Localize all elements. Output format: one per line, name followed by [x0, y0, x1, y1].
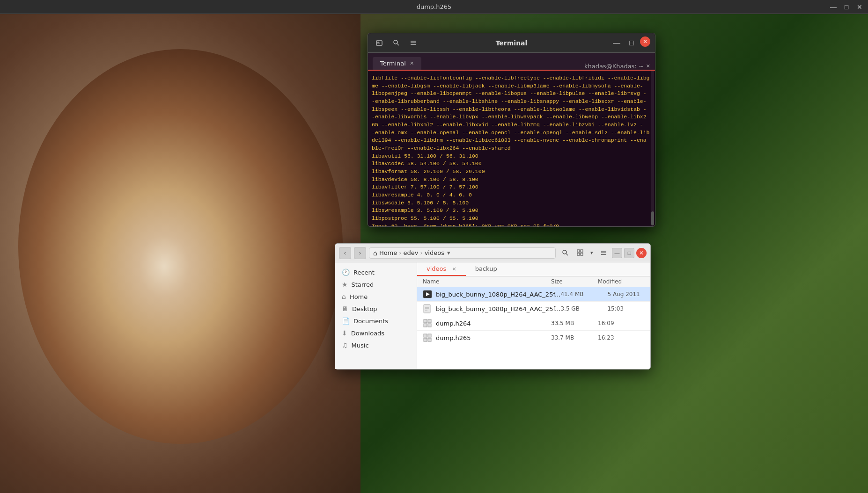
sidebar-item-home[interactable]: ⌂ Home: [335, 290, 417, 303]
fm-tab-videos-close[interactable]: ✕: [452, 266, 456, 272]
terminal-line-16: libavresample 4. 0. 0 / 4. 0. 0: [372, 191, 651, 199]
fm-minimize-button[interactable]: —: [612, 248, 622, 258]
terminal-line-6: -enable-libvorbis --enable-libvpx --enab…: [372, 113, 651, 121]
terminal-menu-button[interactable]: [406, 36, 419, 50]
fm-search-button[interactable]: [559, 246, 572, 260]
file-name-2: big_buck_bunny_1080p_H264_AAC_25f...: [436, 305, 560, 312]
fm-body: 🕐 Recent ★ Starred ⌂ Home 🖥 Desktop 📄 Do…: [335, 262, 650, 369]
file-icon-text-2: [423, 304, 432, 313]
fm-close-button[interactable]: ✕: [636, 248, 647, 258]
terminal-content[interactable]: libflite --enable-libfontconfig --enable…: [368, 71, 655, 226]
svg-rect-24: [428, 319, 431, 323]
terminal-maximize-button[interactable]: □: [625, 36, 638, 50]
fm-file-name-2: big_buck_bunny_1080p_H264_AAC_25f...: [423, 304, 560, 313]
file-name-4: dump.h265: [436, 334, 471, 341]
breadcrumb-edev[interactable]: edev: [403, 249, 418, 256]
terminal-tab-main[interactable]: Terminal ✕: [373, 57, 421, 71]
titlebar-minimize-button[interactable]: —: [827, 2, 839, 12]
terminal-line-12: libavcodec 58. 54.100 / 58. 54.100: [372, 160, 651, 168]
terminal-scrollbar[interactable]: [651, 71, 654, 225]
breadcrumb-home[interactable]: Home: [379, 249, 397, 256]
svg-rect-23: [424, 319, 427, 323]
documents-icon: 📄: [342, 317, 350, 325]
video-frame: [0, 0, 360, 493]
fm-back-button[interactable]: ‹: [339, 247, 351, 259]
fm-file-name-3: dump.h264: [423, 319, 551, 328]
file-icon-grid-4: [423, 333, 432, 342]
titlebar: dump.h265 — □ ✕: [0, 0, 868, 14]
file-size-2: 3.5 GB: [560, 305, 607, 312]
terminal-line-5: libspeex --enable-libssh --enable-libthe…: [372, 106, 651, 114]
svg-rect-29: [424, 338, 427, 341]
sidebar-item-documents[interactable]: 📄 Documents: [335, 315, 417, 327]
titlebar-close-button[interactable]: ✕: [853, 2, 866, 12]
breadcrumb-dropdown-icon[interactable]: ▾: [447, 249, 450, 256]
sidebar-item-starred[interactable]: ★ Starred: [335, 278, 417, 290]
svg-point-8: [563, 250, 566, 254]
fm-search-icon: [562, 249, 569, 256]
titlebar-maximize-button[interactable]: □: [840, 2, 853, 12]
fm-file-row-1[interactable]: big_buck_bunny_1080p_H264_AAC_25f... 41.…: [417, 287, 650, 302]
terminal-minimize-button[interactable]: —: [610, 36, 623, 50]
file-date-3: 16:09: [598, 320, 645, 326]
fm-grid-button[interactable]: [574, 246, 587, 260]
svg-point-3: [394, 40, 397, 44]
breadcrumb-videos[interactable]: videos: [425, 249, 444, 256]
terminal-tab-close-icon[interactable]: ✕: [410, 60, 414, 66]
terminal-close-button[interactable]: ✕: [640, 36, 650, 47]
terminal-window: Terminal — □ ✕ Terminal ✕ khadas@Khadas:…: [368, 33, 655, 227]
fm-tab-backup[interactable]: backup: [466, 262, 507, 276]
terminal-user-label: khadas@Khadas: ~: [584, 63, 644, 70]
svg-rect-13: [581, 253, 583, 255]
breadcrumb-sep-2: ›: [420, 249, 422, 256]
fm-maximize-button[interactable]: □: [624, 248, 634, 258]
starred-icon: ★: [342, 281, 348, 288]
col-name[interactable]: Name: [423, 278, 551, 285]
sidebar-item-desktop[interactable]: 🖥 Desktop: [335, 303, 417, 315]
music-icon: ♫: [342, 341, 348, 349]
file-size-3: 33.5 MB: [551, 320, 598, 326]
fm-file-row-3[interactable]: dump.h264 33.5 MB 16:09: [417, 316, 650, 331]
fm-forward-button[interactable]: ›: [354, 247, 366, 259]
desktop-icon: 🖥: [342, 305, 348, 312]
terminal-line-3: libopenjpeg --enable-libopenmpt --enable…: [372, 90, 651, 98]
terminal-line-9: dc1394 --enable-libdrm --enable-libiec61…: [372, 137, 651, 145]
fm-tab-videos[interactable]: videos ✕: [417, 262, 466, 276]
fm-file-row-2[interactable]: big_buck_bunny_1080p_H264_AAC_25f... 3.5…: [417, 302, 650, 316]
fm-grid-dropdown-button[interactable]: ▾: [588, 246, 595, 260]
terminal-line-11: libavutil 56. 31.100 / 56. 31.100: [372, 152, 651, 160]
sidebar-item-downloads[interactable]: ⬇ Downloads: [335, 327, 417, 339]
terminal-icon: [375, 39, 383, 47]
col-modified[interactable]: Modified: [598, 278, 645, 285]
breadcrumb-sep-1: ›: [399, 249, 401, 256]
file-text-icon: [423, 304, 432, 313]
svg-line-9: [566, 254, 568, 255]
terminal-scrollbar-thumb[interactable]: [651, 211, 654, 225]
recent-icon: 🕐: [342, 268, 350, 276]
file-name-1: big_buck_bunny_1080p_H264_AAC_25f...: [436, 291, 560, 298]
sidebar-item-music[interactable]: ♫ Music: [335, 339, 417, 351]
terminal-icon-button[interactable]: [373, 36, 386, 50]
fm-menu-button[interactable]: [597, 246, 610, 260]
breadcrumb-home-icon: ⌂: [373, 249, 377, 257]
terminal-line-17: libswscale 5. 5.100 / 5. 5.100: [372, 199, 651, 207]
svg-line-4: [397, 44, 399, 45]
file-date-1: 5 Aug 2011: [607, 291, 650, 297]
titlebar-controls: — □ ✕: [827, 2, 866, 12]
sidebar-item-documents-label: Documents: [353, 318, 388, 325]
svg-rect-28: [428, 334, 431, 337]
terminal-right-close-icon[interactable]: ✕: [646, 63, 650, 69]
fm-header: ‹ › ⌂ Home › edev › videos ▾: [335, 244, 650, 262]
terminal-line-4: -enable-librubberband --enable-libshine …: [372, 98, 651, 106]
file-grid-icon-3: [423, 319, 432, 327]
col-size[interactable]: Size: [551, 278, 598, 285]
fm-menu-icon: [600, 249, 607, 256]
svg-rect-30: [428, 338, 431, 341]
file-size-1: 41.4 MB: [560, 291, 607, 297]
terminal-search-button[interactable]: [390, 36, 403, 50]
terminal-tab-right: khadas@Khadas: ~ ✕: [584, 63, 650, 70]
svg-rect-27: [424, 334, 427, 337]
sidebar-item-recent[interactable]: 🕐 Recent: [335, 266, 417, 278]
fm-file-row-4[interactable]: dump.h265 33.7 MB 16:23: [417, 331, 650, 345]
fm-tab-backup-label: backup: [475, 265, 497, 272]
